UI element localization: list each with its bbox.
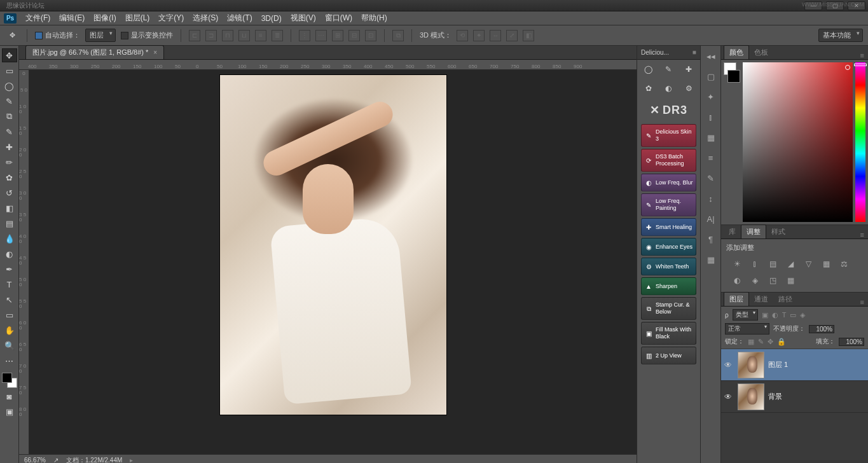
auto-select-target[interactable]: 图层 [85,29,116,42]
path-select-tool[interactable]: ↖ [2,293,17,307]
menu-select[interactable]: 选择(S) [193,13,218,24]
photo-filter-icon[interactable]: ◈ [749,275,761,286]
lock-pixels-icon[interactable]: ▦ [748,338,754,346]
filter-type-icon[interactable]: T [782,311,787,319]
lock-all-icon[interactable]: 🔒 [777,338,786,346]
auto-select-checkbox[interactable]: 自动选择： [35,31,80,40]
close-tab-icon[interactable]: × [153,49,157,56]
menu-layer[interactable]: 图层(L) [125,13,150,24]
tab-layers[interactable]: 图层 [724,292,749,306]
show-transform-checkbox[interactable]: 显示变换控件 [121,31,173,40]
brush-tool[interactable]: ✏ [2,155,17,169]
screen-mode[interactable]: ▣ [2,404,17,418]
tab-adjust[interactable]: 调整 [741,225,766,238]
exposure-icon[interactable]: ◢ [785,259,796,269]
tab-library[interactable]: 库 [724,225,741,238]
document-tab[interactable]: 图片.jpg @ 66.7% (图层 1, RGB/8#) * × [25,45,164,59]
filter-adjust-icon[interactable]: ◐ [772,311,778,319]
mixer-icon[interactable]: ◳ [767,275,778,286]
histogram-icon[interactable]: ▢ [705,70,717,83]
eyedropper-tool[interactable]: ✎ [2,125,17,139]
pen-tool[interactable]: ✒ [2,262,17,276]
quick-mask[interactable]: ◙ [2,389,17,403]
panel-menu-icon[interactable]: ≡ [857,52,868,59]
align-icon[interactable]: ⊏ [189,30,200,41]
filter-image-icon[interactable]: ▣ [762,311,768,319]
layer-filter-type[interactable]: 类型 [733,309,758,321]
brush-panel-icon[interactable]: ✎ [705,172,717,184]
plugin-btn-ds3-batch-processing[interactable]: ⟳DS3 Batch Processing [641,149,696,172]
edit-toolbar[interactable]: ⋯ [2,354,17,368]
move-tool[interactable]: ✥ [2,48,17,62]
distribute-icon[interactable]: ⋮ [299,30,310,41]
menu-filter[interactable]: 滤镜(T) [227,13,252,24]
menu-help[interactable]: 帮助(H) [361,13,387,24]
3d-icon[interactable]: ✦ [473,30,485,41]
character-icon[interactable]: A| [705,212,717,225]
3d-icon[interactable]: ▦ [705,253,717,266]
menu-image[interactable]: 图像(I) [93,13,116,24]
bw-icon[interactable]: ◐ [731,275,743,286]
foreground-color[interactable] [2,373,12,383]
navigator-icon[interactable]: ✦ [705,90,717,103]
menu-edit[interactable]: 编辑(E) [59,13,85,24]
brush-icon[interactable]: ✎ [661,64,675,75]
hue-slider[interactable] [855,62,865,222]
distribute-icon[interactable]: ⊡ [365,30,376,41]
brightness-icon[interactable]: ☀ [731,259,743,269]
panel-menu-icon[interactable]: ≡ [692,49,696,56]
tab-swatches[interactable]: 色板 [749,46,773,59]
workspace-selector[interactable]: 基本功能 [818,29,863,42]
stamp-tool[interactable]: ✿ [2,170,17,184]
marquee-tool[interactable]: ▭ [2,64,17,78]
blend-mode[interactable]: 正常 [725,323,769,335]
menu-window[interactable]: 窗口(W) [325,13,352,24]
color-field[interactable] [743,62,853,222]
lasso-tool[interactable]: ◯ [2,79,17,93]
3d-icon[interactable]: ⟲ [457,30,468,41]
tab-paths[interactable]: 路径 [773,293,797,306]
distribute-icon[interactable]: ⊟ [348,30,360,41]
shape-tool[interactable]: ▭ [2,308,17,322]
panel-menu-icon[interactable]: ≡ [857,231,868,238]
layer-thumbnail[interactable] [738,352,764,378]
plugin-btn-smart-healing[interactable]: ✚Smart Healing [641,218,696,236]
lasso-icon[interactable]: ◯ [642,64,656,75]
heal-icon[interactable]: ✚ [682,64,696,75]
menu-type[interactable]: 文字(Y) [158,13,184,24]
layer-thumbnail[interactable] [738,384,764,410]
hue-icon[interactable]: ▦ [820,259,832,269]
tab-color[interactable]: 颜色 [724,45,749,59]
plugin-btn-whiten-teeth[interactable]: ⚙Whiten Teeth [641,258,696,275]
zoom-tool[interactable]: 🔍 [2,338,17,352]
filter-smart-icon[interactable]: ◈ [800,311,805,319]
tab-channels[interactable]: 通道 [749,293,773,306]
filter-shape-icon[interactable]: ▭ [790,311,796,319]
quick-select-tool[interactable]: ✎ [2,94,17,108]
plugin-btn-stamp-cur-below[interactable]: ⧉Stamp Cur. & Below [641,297,696,320]
stamp-icon[interactable]: ✿ [642,83,656,94]
3d-icon[interactable]: ◧ [523,30,534,41]
paragraph-icon[interactable]: ¶ [705,233,717,245]
expand-icon[interactable]: ◂◂ [705,50,717,62]
align-icon[interactable]: ⊐ [205,30,217,41]
fill-value[interactable]: 100% [839,338,864,346]
layer-row[interactable]: 👁背景 [721,381,868,413]
status-menu-icon[interactable]: ▸ [130,457,133,463]
bg-swatch[interactable] [727,70,740,83]
align-icon[interactable]: ≡ [255,30,266,41]
menu-file[interactable]: 文件(F) [25,13,50,24]
clone-icon[interactable]: ↕ [705,192,717,205]
menu-view[interactable]: 视图(V) [291,13,316,24]
curves-icon[interactable]: ▤ [767,259,778,269]
plugin-btn-fill-mask-with-black[interactable]: ▣Fill Mask With Black [641,322,696,345]
type-tool[interactable]: T [2,277,17,291]
hand-tool[interactable]: ✋ [2,323,17,337]
canvas[interactable] [29,70,637,454]
history-brush-tool[interactable]: ↺ [2,186,17,200]
properties-icon[interactable]: ▦ [705,131,717,144]
visibility-icon[interactable]: 👁 [722,361,734,370]
distribute-icon[interactable]: ⊞ [332,30,343,41]
lookup-icon[interactable]: ▦ [785,275,796,286]
gear-icon[interactable]: ⚙ [682,83,696,94]
